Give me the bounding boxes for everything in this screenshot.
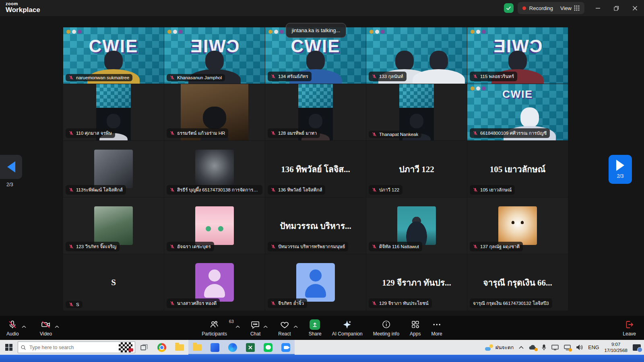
edge-icon[interactable] — [224, 340, 242, 355]
view-grid-icon — [574, 5, 580, 11]
minimize-button[interactable] — [588, 0, 607, 16]
security-shield-icon[interactable] — [504, 3, 514, 13]
audio-options-chevron[interactable] — [22, 323, 26, 330]
folder-app-icon[interactable] — [188, 340, 206, 355]
participant-tile[interactable]: CWIE naruemonwan sukmaitree — [63, 27, 164, 84]
language-indicator[interactable]: ENG — [588, 345, 599, 350]
participant-name-label: 115 พลอยวรินทร์ — [470, 72, 517, 81]
onedrive-icon[interactable] — [529, 345, 537, 350]
view-button[interactable]: View — [560, 5, 580, 11]
page-indicator: 2/3 — [617, 173, 624, 179]
arrow-right-icon — [616, 160, 624, 171]
zoom-app-icon[interactable] — [277, 340, 295, 355]
participants-icon — [210, 320, 219, 329]
time-text: 9:07 — [604, 341, 627, 347]
more-button[interactable]: More — [431, 319, 442, 337]
chat-options-chevron[interactable] — [263, 323, 268, 330]
microphone-tray-icon[interactable] — [542, 344, 546, 351]
react-options-chevron[interactable] — [294, 323, 298, 330]
participant-tile[interactable]: 105 เยาวลักษณ์ 105 เยาวลักษณ์ — [467, 141, 568, 197]
university-logos-icon — [268, 30, 284, 34]
participant-tile[interactable]: อัจฉรา เดชะบุตร — [164, 197, 265, 254]
excel-icon[interactable] — [242, 340, 259, 355]
profile-photo — [94, 206, 133, 245]
next-page-button[interactable]: 2/3 — [609, 155, 632, 184]
notification-center-icon[interactable] — [633, 344, 641, 351]
taskbar-clock[interactable]: 9:07 17/10/2568 — [604, 341, 627, 353]
mic-muted-icon — [69, 75, 74, 80]
previous-page-button[interactable] — [0, 155, 22, 179]
video-button[interactable]: Video — [40, 319, 52, 337]
profile-photo — [94, 150, 133, 188]
participant-tile[interactable]: จารุณี กรุดเงิน 66... จารุณี กรุดเงิน 66… — [467, 254, 568, 311]
participant-name-label: 137 กุลณัฐ ผดุงชาติ — [470, 242, 523, 251]
volume-icon[interactable] — [576, 344, 583, 350]
participant-tile[interactable]: 137 กุลณัฐ ผดุงชาติ — [467, 197, 568, 254]
university-logos-icon — [471, 86, 486, 90]
line-icon[interactable] — [259, 340, 277, 355]
person-icon — [296, 263, 335, 302]
search-highlight-image[interactable] — [119, 342, 132, 352]
participant-tile[interactable]: ธรรมรัตน์ แก้วอร่าม HR — [164, 84, 265, 140]
participant-name-label: 133 กุลนันท์ — [369, 72, 407, 81]
apps-button[interactable]: Apps — [410, 319, 421, 337]
participant-tile[interactable]: 128 อมรทิพย์ มาทา — [265, 84, 366, 140]
meeting-info-button[interactable]: Meeting info — [373, 319, 399, 337]
arrow-left-icon — [7, 161, 15, 173]
taskbar-search[interactable] — [18, 341, 135, 353]
participant-tile[interactable]: 136 ทิพวัลย์ โลจิส... 136 ทิพวัลย์ โลจิส… — [265, 141, 366, 197]
participant-tile[interactable]: CWIE 66184800109 ศศิวรรณ การบัญชี — [467, 84, 568, 140]
participants-button[interactable]: Participants 63 — [202, 319, 227, 337]
mic-muted-icon — [271, 74, 276, 79]
mic-muted-icon — [271, 301, 276, 306]
participant-tile[interactable]: 113ระพีพัฒน์ โลจิสติกส์ — [63, 141, 164, 197]
participant-tile[interactable]: CWIE 115 พลอยวรินทร์ — [467, 27, 568, 84]
display-tray-icon[interactable] — [551, 344, 559, 350]
participant-tile[interactable]: S S — [63, 254, 164, 311]
participant-tile[interactable]: 129 จีราภา ทันปร... 129 จีราภา ทันประโยช… — [366, 254, 467, 311]
participant-name-label: Thanapat Nankeak — [369, 131, 421, 138]
file-explorer-icon[interactable] — [171, 340, 188, 355]
participant-tile[interactable]: จีรภัทร อ่ำจิ๋ว — [265, 254, 366, 311]
participant-tile[interactable]: 123 วีรภัทร จิ๊ดเจริญ — [63, 197, 164, 254]
participant-tile[interactable]: ดิจิทัล 116 Nattawut — [366, 197, 467, 254]
ai-sparkle-icon — [343, 320, 352, 329]
participant-tile[interactable]: สิรธีร์ บุญผึ้ง 65174730138 การจัดการโลจ… — [164, 141, 265, 197]
mic-muted-icon — [372, 187, 377, 192]
close-button[interactable] — [625, 0, 644, 16]
share-button[interactable]: Share — [309, 319, 322, 337]
leave-button[interactable]: Leave — [623, 319, 636, 337]
restore-button[interactable] — [607, 0, 625, 16]
participants-options-chevron[interactable] — [235, 323, 240, 330]
participant-name-label: ปภาวี 122 — [369, 185, 402, 195]
ai-companion-button[interactable]: AI Companion — [332, 319, 363, 337]
task-view-button[interactable] — [135, 340, 153, 355]
react-button[interactable]: React — [278, 319, 291, 337]
video-options-chevron[interactable] — [55, 323, 59, 330]
update-tray-icon[interactable] — [564, 345, 571, 350]
search-input[interactable] — [29, 344, 116, 351]
share-screen-icon — [310, 319, 320, 330]
anime-avatar-photo — [195, 206, 234, 245]
participant-name-label: ธรรมรัตน์ แก้วอร่าม HR — [167, 128, 228, 138]
chrome-icon[interactable] — [153, 340, 171, 355]
participant-tile[interactable]: นางสาวศสิธร ทองดี — [164, 254, 265, 311]
mic-muted-icon — [170, 244, 175, 249]
participant-name-label: S — [66, 301, 83, 308]
audio-button[interactable]: Audio — [6, 319, 19, 337]
tray-overflow-chevron[interactable] — [519, 346, 524, 349]
participant-name-label: นางสาวศสิธร ทองดี — [167, 298, 220, 308]
participant-tile[interactable]: ปัทมวรรณ บริหาร... ปัทมวรรณ บริหารทรัพยา… — [265, 197, 366, 254]
participant-name-label: 66184800109 ศศิวรรณ การบัญชี — [470, 128, 550, 138]
participant-tile[interactable]: 133 กุลนันท์ — [366, 27, 467, 84]
participant-tile[interactable]: 110 ศุภมาส จรพิษ — [63, 84, 164, 140]
participant-tile[interactable]: CWIE Khanasanun Jamphol — [164, 27, 265, 84]
start-button[interactable] — [0, 340, 18, 355]
participants-count-badge: 63 — [229, 319, 234, 324]
blue-app-icon[interactable] — [206, 340, 224, 355]
weather-widget[interactable]: ฝนจะตก — [485, 343, 514, 352]
mic-muted-icon — [271, 131, 276, 136]
chat-button[interactable]: Chat — [250, 319, 260, 337]
participant-tile[interactable]: ปภาวี 122 ปภาวี 122 — [366, 141, 467, 197]
participant-tile[interactable]: Thanapat Nankeak — [366, 84, 467, 140]
